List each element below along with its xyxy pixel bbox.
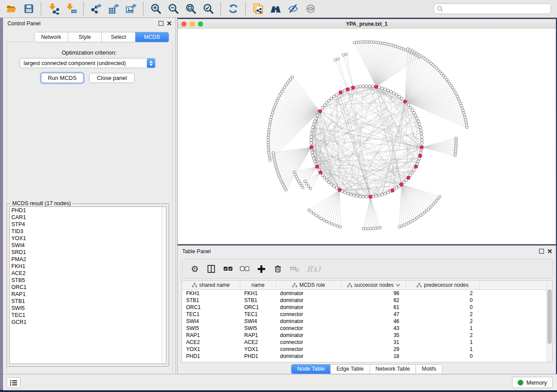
graph-node[interactable] (310, 141, 312, 144)
mcds-result-item[interactable]: RAP1 (10, 291, 166, 298)
graph-hub-node[interactable] (391, 189, 394, 192)
graph-hub-node[interactable] (400, 183, 403, 186)
graph-leaf-node[interactable] (309, 187, 311, 190)
graph-leaf-node[interactable] (267, 146, 270, 149)
table-cell[interactable]: 96 (342, 290, 406, 297)
mcds-result-item[interactable]: TEC1 (10, 312, 166, 319)
graph-leaf-node[interactable] (453, 154, 456, 157)
graph-node[interactable] (356, 195, 358, 197)
table-row[interactable]: STB1STB1dominator620 (182, 297, 552, 304)
table-row[interactable]: TEC1TEC1connector472 (182, 311, 552, 318)
graph-node[interactable] (387, 89, 389, 92)
first-neighbors-button[interactable] (267, 1, 284, 16)
graph-node[interactable] (384, 88, 386, 90)
graph-node[interactable] (407, 104, 410, 107)
search-input[interactable] (445, 5, 548, 12)
graph-leaf-node[interactable] (331, 223, 333, 225)
graph-node[interactable] (359, 195, 361, 198)
tab-style[interactable]: Style (68, 32, 102, 42)
network-canvas[interactable] (178, 29, 556, 244)
table-cell[interactable]: 29 (342, 346, 406, 353)
graph-node[interactable] (325, 179, 328, 181)
graph-node[interactable] (328, 181, 330, 183)
table-cell[interactable]: connector (276, 311, 342, 318)
deselect-all-columns-button[interactable] (237, 261, 252, 276)
table-row[interactable]: ACE2ACE2connector311 (182, 339, 552, 346)
close-panel-icon[interactable] (167, 21, 172, 26)
zoom-fit-button[interactable] (182, 1, 200, 16)
select-all-columns-button[interactable] (221, 261, 235, 276)
graph-leaf-node[interactable] (270, 113, 273, 116)
window-zoom-icon[interactable] (198, 21, 203, 27)
mcds-result-item[interactable]: PMA2 (10, 256, 166, 263)
table-cell[interactable]: 31 (342, 339, 406, 346)
create-column-button[interactable] (254, 261, 269, 276)
table-cell[interactable]: 0 (406, 353, 480, 360)
graph-leaf-node[interactable] (269, 159, 271, 162)
table-cell[interactable]: 2 (406, 318, 480, 325)
duplicate-network-button[interactable] (249, 1, 267, 16)
graph-node[interactable] (346, 192, 349, 195)
table-cell[interactable]: 46 (342, 318, 406, 325)
graph-leaf-node[interactable] (267, 141, 270, 144)
column-header-shared-name[interactable]: shared name (182, 281, 240, 289)
tab-network[interactable]: Network (35, 32, 68, 42)
table-cell[interactable]: 61 (342, 304, 406, 311)
table-cell[interactable]: STB1 (240, 297, 276, 304)
mcds-result-item[interactable]: ACE2 (10, 270, 166, 277)
mcds-result-item[interactable]: SWI5 (10, 305, 166, 312)
graph-node[interactable] (381, 193, 384, 196)
graph-leaf-node[interactable] (325, 220, 328, 223)
graph-leaf-node[interactable] (337, 58, 339, 60)
export-network-button[interactable] (87, 1, 105, 16)
graph-node[interactable] (310, 138, 312, 141)
mcds-result-item[interactable]: STB1 (10, 298, 166, 305)
zoom-in-button[interactable] (147, 1, 165, 16)
graph-node[interactable] (368, 85, 371, 87)
export-image-button[interactable] (122, 1, 140, 16)
import-table-button[interactable] (62, 1, 80, 16)
graph-leaf-node[interactable] (345, 53, 348, 55)
graph-leaf-node[interactable] (305, 182, 308, 185)
mcds-result-item[interactable]: STP4 (10, 221, 166, 228)
show-column-panel-button[interactable] (204, 261, 219, 276)
graph-node[interactable] (362, 85, 365, 87)
mcds-result-item[interactable]: YOX1 (10, 235, 166, 242)
table-row[interactable]: SWI5SWI5connector431 (182, 325, 552, 332)
table-cell[interactable]: 2 (406, 332, 480, 339)
graph-leaf-node[interactable] (464, 116, 466, 119)
table-cell[interactable]: RAP1 (240, 332, 276, 339)
mcds-result-item[interactable]: TID3 (10, 228, 166, 235)
graph-node[interactable] (365, 85, 368, 87)
graph-node[interactable] (413, 168, 415, 171)
table-cell[interactable]: 18 (342, 353, 406, 360)
table-cell[interactable]: PHD1 (182, 353, 240, 360)
table-cell[interactable]: 2 (406, 290, 480, 297)
mcds-result-item[interactable]: SRD1 (10, 249, 166, 256)
graph-node[interactable] (420, 135, 423, 138)
table-cell[interactable]: dominator (276, 290, 342, 297)
graph-node[interactable] (332, 185, 335, 188)
table-cell[interactable]: dominator (276, 297, 342, 304)
graph-node[interactable] (409, 106, 412, 109)
graph-leaf-node[interactable] (270, 118, 272, 121)
graph-leaf-node[interactable] (272, 151, 275, 154)
graph-node[interactable] (395, 187, 398, 189)
graph-leaf-node[interactable] (339, 226, 342, 228)
delete-table-button[interactable] (287, 261, 302, 276)
table-row[interactable]: SWI4SWI4dominator462 (182, 318, 552, 325)
table-cell[interactable]: dominator (276, 353, 342, 360)
graph-leaf-node[interactable] (268, 128, 270, 131)
graph-leaf-node[interactable] (267, 144, 270, 146)
graph-leaf-node[interactable] (464, 119, 467, 121)
mcds-result-item[interactable]: PHD1 (10, 207, 166, 214)
graph-node[interactable] (378, 194, 381, 196)
table-cell[interactable]: 0 (406, 297, 480, 304)
graph-leaf-node[interactable] (304, 180, 306, 182)
graph-node[interactable] (311, 154, 314, 157)
table-cell[interactable]: connector (276, 325, 342, 332)
run-mcds-button[interactable]: Run MCDS (41, 73, 83, 83)
table-cell[interactable]: PHD1 (240, 353, 276, 360)
graph-hub-node[interactable] (420, 145, 423, 149)
graph-node[interactable] (349, 193, 352, 196)
